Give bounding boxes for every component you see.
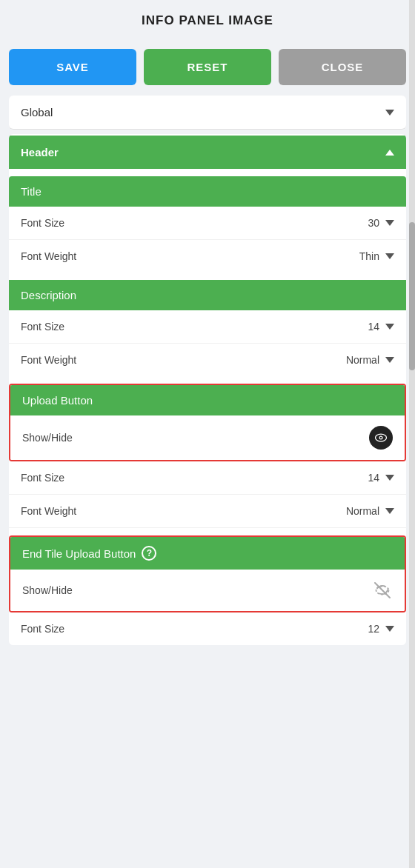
description-font-weight-chevron-icon [385, 357, 394, 363]
upload-show-hide-row: Show/Hide [10, 415, 405, 460]
save-button[interactable]: SAVE [9, 49, 136, 85]
description-label: Description [21, 289, 76, 301]
header-chevron-up-icon [385, 150, 394, 156]
end-tile-show-hide-label: Show/Hide [22, 584, 73, 596]
header-section-header[interactable]: Header [9, 136, 406, 169]
upload-button-label: Upload Button [22, 394, 93, 407]
end-tile-upload-button-subsection: End Tile Upload Button ? Show/Hide [9, 535, 406, 612]
global-label: Global [21, 106, 53, 118]
title-font-weight-value[interactable]: Thin [359, 250, 394, 262]
description-font-size-chevron-icon [385, 324, 394, 330]
description-font-weight-value[interactable]: Normal [346, 354, 394, 366]
title-font-size-label: Font Size [21, 217, 64, 229]
upload-font-weight-label: Font Weight [21, 505, 76, 517]
end-tile-font-size-label: Font Size [21, 623, 64, 635]
end-tile-eye-off-toggle[interactable] [372, 580, 393, 601]
description-subsection-header: Description [9, 280, 406, 310]
title-font-weight-chevron-icon [385, 253, 394, 259]
end-tile-font-size-chevron-icon [385, 626, 394, 632]
upload-font-weight-chevron-icon [385, 508, 394, 514]
upload-eye-toggle[interactable] [369, 426, 393, 450]
title-font-weight-row: Font Weight Thin [9, 240, 406, 273]
upload-font-size-chevron-icon [385, 475, 394, 481]
title-subsection-header: Title [9, 176, 406, 207]
description-subsection: Description Font Size 14 Font Weight Nor… [9, 280, 406, 376]
upload-button-subsection: Upload Button Show/Hide [9, 384, 406, 461]
description-font-size-label: Font Size [21, 321, 64, 333]
global-chevron-icon [385, 110, 394, 116]
upload-show-hide-label: Show/Hide [22, 432, 73, 444]
close-button[interactable]: CLOSE [279, 49, 406, 85]
end-tile-show-hide-row: Show/Hide [10, 570, 405, 611]
upload-font-size-row: Font Size 14 [9, 461, 406, 495]
title-label: Title [21, 185, 42, 198]
description-font-weight-label: Font Weight [21, 354, 76, 366]
upload-font-weight-row: Font Weight Normal [9, 495, 406, 528]
end-tile-font-size-row: Font Size 12 [9, 612, 406, 645]
title-font-size-chevron-icon [385, 220, 394, 226]
question-circle-icon[interactable]: ? [142, 546, 156, 561]
global-dropdown[interactable]: Global [9, 96, 406, 130]
reset-button[interactable]: RESET [144, 49, 271, 85]
title-subsection: Title Font Size 30 Font Weight Thin [9, 176, 406, 273]
description-font-size-row: Font Size 14 [9, 310, 406, 344]
title-font-size-row: Font Size 30 [9, 207, 406, 240]
description-font-size-value[interactable]: 14 [368, 321, 394, 333]
header-section-label: Header [21, 146, 59, 158]
svg-point-2 [380, 437, 382, 439]
end-tile-font-size-value[interactable]: 12 [368, 623, 394, 635]
description-font-weight-row: Font Weight Normal [9, 344, 406, 376]
upload-font-weight-value[interactable]: Normal [346, 505, 394, 517]
end-tile-subsection-header: End Tile Upload Button ? [10, 537, 405, 570]
page-title: INFO PANEL IMAGE [0, 0, 415, 41]
title-font-size-value[interactable]: 30 [368, 217, 394, 229]
upload-button-subsection-header: Upload Button [10, 385, 405, 415]
title-font-weight-label: Font Weight [21, 250, 76, 262]
upload-font-size-value[interactable]: 14 [368, 472, 394, 484]
end-tile-label: End Tile Upload Button [22, 547, 136, 560]
header-section: Header Title Font Size 30 Font Weight Th… [9, 134, 406, 645]
upload-font-size-label: Font Size [21, 472, 64, 484]
